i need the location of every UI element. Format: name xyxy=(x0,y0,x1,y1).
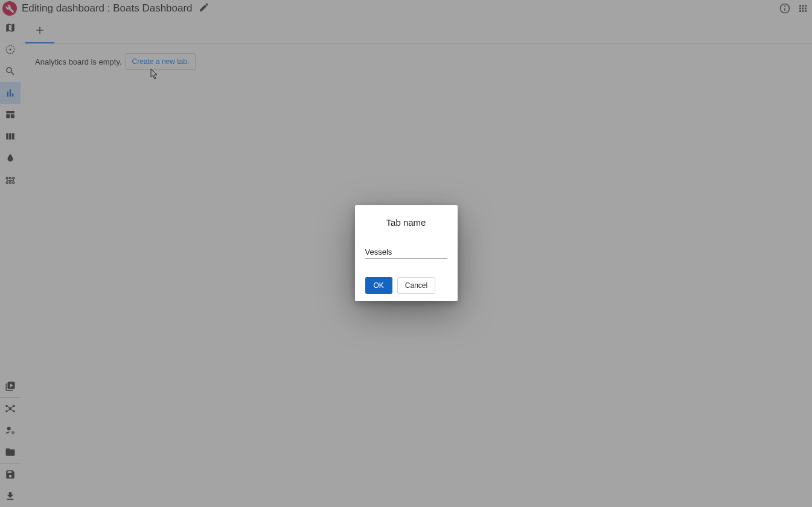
ok-button[interactable]: OK xyxy=(365,277,392,294)
tab-name-input[interactable] xyxy=(365,246,447,259)
modal-overlay[interactable]: Tab name OK Cancel xyxy=(0,0,812,507)
cancel-button[interactable]: Cancel xyxy=(397,277,435,294)
dialog-title: Tab name xyxy=(365,217,447,228)
tab-name-dialog: Tab name OK Cancel xyxy=(355,205,458,301)
